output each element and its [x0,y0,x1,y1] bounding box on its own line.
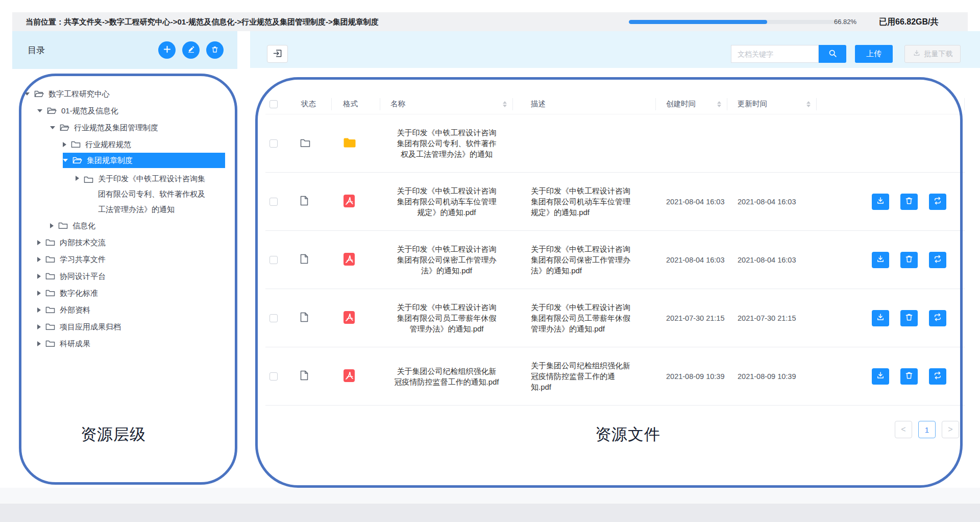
tree-node[interactable]: 01-规范及信息化 [37,102,225,119]
tree-node[interactable]: 内部技术交流 [37,234,225,251]
chevron-down-icon[interactable] [37,109,42,112]
file-description: 关于印发《中铁工程设计咨询集团有限公司员工带薪年休假管理办法》的通知.pdf [513,302,656,334]
next-page-button[interactable]: > [942,421,959,438]
sync-button[interactable] [929,368,946,385]
current-page-button[interactable]: 1 [918,421,936,438]
delete-button[interactable] [900,310,918,326]
prev-page-button[interactable]: < [895,421,912,438]
tree-node-label: 集团规章制度 [87,155,133,166]
row-actions [817,252,965,268]
select-all-checkbox[interactable] [270,100,278,108]
file-name[interactable]: 关于印发《中铁工程设计咨询集团有限公司机动车车位管理规定》的通知.pdf [380,185,513,218]
batch-download-label: 批量下载 [924,50,953,59]
tree-node[interactable]: 学习共享文件 [37,251,225,268]
row-actions [817,194,965,210]
chevron-right-icon[interactable] [37,291,41,296]
sync-icon [933,196,942,207]
pagination: < 1 > [895,421,959,438]
table-row: 关于印发《中铁工程设计咨询集团有限公司员工带薪年休假管理办法》的通知.pdf关于… [265,289,965,347]
tree-node[interactable]: 行业规程规范 [63,136,225,153]
chevron-right-icon[interactable] [63,142,66,147]
table-row: 关于印发《中铁工程设计咨询集团有限公司机动车车位管理规定》的通知.pdf关于印发… [265,173,965,231]
download-icon [876,196,885,207]
chevron-right-icon[interactable] [37,307,41,313]
chevron-right-icon[interactable] [76,176,79,181]
row-checkbox[interactable] [270,372,278,381]
chevron-right-icon[interactable] [37,240,41,245]
file-name[interactable]: 关于印发《中铁工程设计咨询集团有限公司专利、软件著作权及工法管理办法》的通知 [380,127,513,159]
row-checkbox[interactable] [270,139,278,148]
file-outline-icon [300,370,308,382]
tree-node[interactable]: 行业规范及集团管理制度 [50,119,225,136]
table-body: 关于印发《中铁工程设计咨询集团有限公司专利、软件著作权及工法管理办法》的通知关于… [265,114,965,406]
sync-button[interactable] [929,194,946,210]
pdf-icon [343,194,355,209]
search-button[interactable] [819,45,846,63]
trash-icon [211,45,219,55]
tree-node-label: 数字化标准 [60,288,98,299]
sidebar-header: 目录 [12,31,237,69]
row-checkbox-cell [265,139,290,148]
chevron-right-icon[interactable] [37,324,41,329]
add-folder-button[interactable] [158,41,176,59]
row-checkbox-cell [265,198,290,206]
file-name[interactable]: 关于印发《中铁工程设计咨询集团有限公司员工带薪年休假管理办法》的通知.pdf [380,302,513,334]
edit-folder-button[interactable] [182,41,200,59]
chevron-right-icon[interactable] [50,223,54,228]
sort-name-icon[interactable] [503,101,507,107]
chevron-down-icon[interactable] [63,159,68,162]
row-checkbox[interactable] [270,314,278,322]
row-checkbox-cell [265,314,290,322]
chevron-down-icon[interactable] [24,92,30,96]
delete-folder-button[interactable] [206,41,224,59]
chevron-down-icon[interactable] [50,126,55,129]
tree-node[interactable]: 协同设计平台 [37,268,225,284]
tree-node[interactable]: 数字工程研究中心 [24,85,225,102]
tree-node-label: 行业规范及集团管理制度 [74,122,158,133]
download-button[interactable] [872,368,889,385]
folder-icon [58,222,68,230]
download-button[interactable] [872,194,889,210]
delete-button[interactable] [900,368,918,385]
folder-solid-icon [343,137,356,150]
sort-updated-icon[interactable] [806,101,811,107]
delete-button[interactable] [900,194,918,210]
download-button[interactable] [872,252,889,268]
download-button[interactable] [872,310,889,326]
file-name[interactable]: 关于印发《中铁工程设计咨询集团有限公司保密工作管理办法》的通知.pdf [380,244,513,276]
tree-node[interactable]: 项目应用成果归档 [37,318,225,335]
batch-download-button[interactable]: 批量下载 [904,45,961,63]
chevron-right-icon[interactable] [37,257,41,262]
sort-created-icon[interactable] [717,101,721,107]
upload-button[interactable]: 上传 [855,45,893,63]
tree-node-label: 科研成果 [60,338,90,349]
created-time: 2021-07-30 21:15 [656,314,727,322]
sync-button[interactable] [929,310,946,326]
storage-progress-fill [629,20,767,24]
tree-node[interactable]: 集团规章制度 [63,153,225,168]
tree-node[interactable]: 数字化标准 [37,284,225,301]
file-outline-icon [300,196,308,207]
tree-node[interactable]: 外部资料 [37,301,225,318]
folder-icon [71,140,81,149]
folder-icon [72,156,82,164]
tree-node[interactable]: 关于印发《中铁工程设计咨询集团有限公司专利、软件著作权及工法管理办法》的通知 [76,168,225,217]
sync-button[interactable] [929,252,946,268]
row-checkbox[interactable] [270,256,278,264]
delete-button[interactable] [900,252,918,268]
file-name[interactable]: 关于集团公司纪检组织强化新冠疫情防控监督工作的通知.pdf [380,366,513,387]
updated-time: 2021-08-04 16:03 [727,198,817,206]
search-input[interactable] [731,45,819,63]
download-icon [876,254,885,265]
tree-node[interactable]: 信息化 [50,217,225,234]
table-row: 关于印发《中铁工程设计咨询集团有限公司保密工作管理办法》的通知.pdf关于印发《… [265,231,965,289]
chevron-right-icon[interactable] [37,341,41,346]
chevron-right-icon[interactable] [37,274,41,279]
return-button[interactable] [267,45,288,63]
tree-node-label: 信息化 [72,220,95,231]
download-icon [876,313,885,323]
tree-node[interactable]: 科研成果 [37,335,225,352]
folder-icon [84,176,93,184]
folder-icon [45,289,55,297]
row-checkbox[interactable] [270,198,278,206]
